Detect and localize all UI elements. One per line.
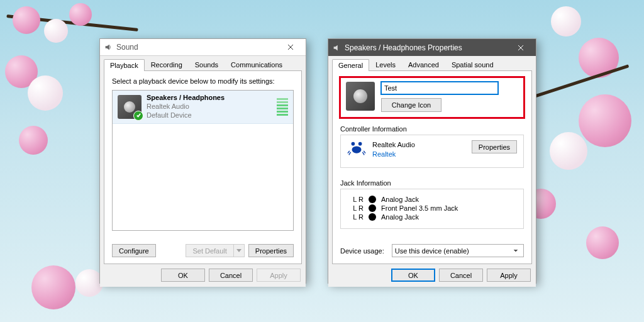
jack-label: Analog Jack xyxy=(381,196,419,203)
close-button[interactable] xyxy=(278,39,303,55)
device-status: Default Device xyxy=(147,111,272,120)
controller-info-label: Controller Information xyxy=(340,125,524,133)
tabs-row: General Levels Advanced Spatial sound xyxy=(328,56,536,70)
sound-icon xyxy=(104,43,113,52)
realtek-crab-icon xyxy=(347,140,366,157)
dialog-footer: OK Cancel Apply xyxy=(328,264,536,287)
tab-general[interactable]: General xyxy=(332,59,369,71)
cancel-button[interactable]: Cancel xyxy=(209,269,253,282)
dialog-footer: OK Cancel Apply xyxy=(100,264,306,287)
playback-button-row: Configure Set Default Properties xyxy=(112,244,294,257)
controller-vendor-link[interactable]: Realtek xyxy=(372,150,465,159)
jack-label: Front Panel 3.5 mm Jack xyxy=(381,204,458,212)
tab-levels[interactable]: Levels xyxy=(369,58,402,70)
device-usage-label: Device usage: xyxy=(340,247,384,255)
flower-decoration xyxy=(19,126,48,155)
titlebar[interactable]: Speakers / Headphones Properties xyxy=(328,39,536,56)
flower-decoration xyxy=(586,226,619,259)
level-meter xyxy=(277,98,288,116)
change-icon-button[interactable]: Change Icon xyxy=(381,98,441,112)
window-title: Sound xyxy=(116,43,278,52)
chevron-down-icon[interactable] xyxy=(233,244,245,257)
jack-row: L R Front Panel 3.5 mm Jack xyxy=(347,204,517,212)
properties-window: Speakers / Headphones Properties General… xyxy=(328,38,536,284)
tab-panel-general: Change Icon Controller Information Realt… xyxy=(332,70,532,264)
tabs-row: Playback Recording Sounds Communications xyxy=(100,56,306,70)
tab-communications[interactable]: Communications xyxy=(225,58,289,70)
device-name-input[interactable] xyxy=(381,82,498,94)
device-driver: Realtek Audio xyxy=(147,103,272,111)
titlebar[interactable]: Sound xyxy=(100,39,306,56)
highlight-annotation: Change Icon xyxy=(339,76,525,119)
device-properties-button[interactable]: Properties xyxy=(248,244,294,257)
speaker-icon xyxy=(118,95,142,119)
apply-button[interactable]: Apply xyxy=(487,269,531,282)
svg-point-0 xyxy=(352,146,362,153)
jack-lr: L R xyxy=(347,196,364,203)
controller-info-box: Realtek Audio Realtek Properties xyxy=(340,135,524,168)
speaker-icon xyxy=(346,82,375,111)
speaker-icon xyxy=(332,43,341,52)
apply-button[interactable]: Apply xyxy=(257,269,301,282)
jack-info-box: L R Analog Jack L R Front Panel 3.5 mm J… xyxy=(340,189,524,229)
jack-dot-icon xyxy=(369,204,376,212)
jack-dot-icon xyxy=(369,213,376,221)
tab-playback[interactable]: Playback xyxy=(104,59,145,71)
tab-sounds[interactable]: Sounds xyxy=(189,58,225,70)
device-usage-select[interactable]: Use this device (enable) xyxy=(392,244,524,257)
flower-decoration xyxy=(28,75,63,111)
flower-decoration xyxy=(579,94,631,147)
flower-decoration xyxy=(31,265,75,309)
flower-decoration xyxy=(13,6,40,34)
jack-lr: L R xyxy=(347,213,364,221)
device-name: Speakers / Headphones xyxy=(147,94,272,103)
sound-window: Sound Playback Recording Sounds Communic… xyxy=(99,38,306,284)
cancel-button[interactable]: Cancel xyxy=(439,269,483,282)
window-title: Speakers / Headphones Properties xyxy=(345,43,508,52)
flower-decoration xyxy=(550,132,587,170)
svg-point-1 xyxy=(352,142,355,146)
tab-recording[interactable]: Recording xyxy=(145,58,189,70)
instruction-text: Select a playback device below to modify… xyxy=(112,77,294,85)
controller-properties-button[interactable]: Properties xyxy=(472,140,517,153)
jack-dot-icon xyxy=(369,196,376,203)
ok-button[interactable]: OK xyxy=(161,269,205,282)
jack-row: L R Analog Jack xyxy=(347,213,517,221)
svg-point-2 xyxy=(358,142,362,146)
tab-spatial-sound[interactable]: Spatial sound xyxy=(445,58,500,70)
close-button[interactable] xyxy=(508,39,533,56)
set-default-split-button[interactable]: Set Default xyxy=(186,244,244,257)
flower-decoration xyxy=(69,3,92,26)
device-row-speakers[interactable]: Speakers / Headphones Realtek Audio Defa… xyxy=(113,91,293,124)
default-check-icon xyxy=(133,111,143,121)
controller-name: Realtek Audio xyxy=(372,140,465,150)
flower-decoration xyxy=(551,6,581,36)
device-text: Speakers / Headphones Realtek Audio Defa… xyxy=(147,94,272,119)
device-list[interactable]: Speakers / Headphones Realtek Audio Defa… xyxy=(112,90,294,231)
flower-decoration xyxy=(44,19,68,43)
device-usage-row: Device usage: Use this device (enable) xyxy=(340,244,524,257)
jack-info-label: Jack Information xyxy=(340,179,524,187)
tab-advanced[interactable]: Advanced xyxy=(402,58,445,70)
set-default-button[interactable]: Set Default xyxy=(186,244,233,257)
jack-lr: L R xyxy=(347,204,364,212)
ok-button[interactable]: OK xyxy=(391,269,435,282)
jack-label: Analog Jack xyxy=(381,213,419,221)
configure-button[interactable]: Configure xyxy=(112,244,156,257)
tab-panel-playback: Select a playback device below to modify… xyxy=(104,70,302,264)
jack-row: L R Analog Jack xyxy=(347,196,517,203)
